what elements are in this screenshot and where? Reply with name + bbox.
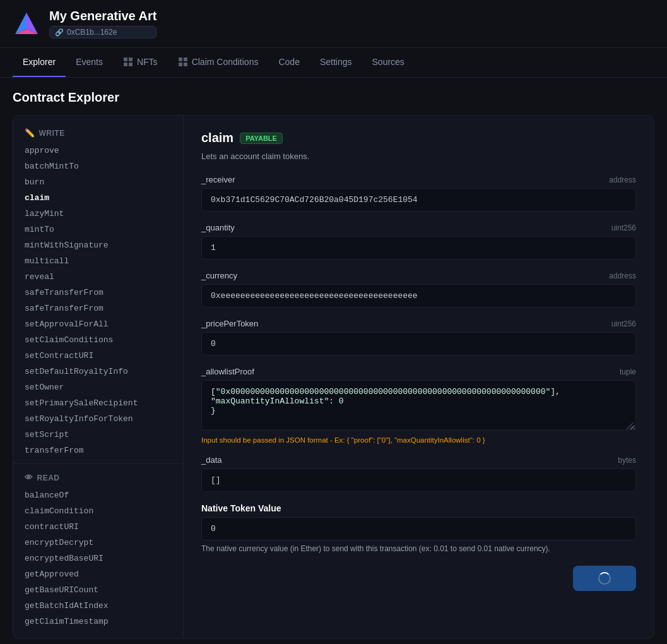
- contract-address[interactable]: 🔗 0xCB1b...162e: [49, 26, 156, 39]
- sidebar-item-setApprovalForAll[interactable]: setApprovalForAll: [13, 316, 183, 332]
- main-nav: Explorer Events NFTs Claim Conditions Co…: [0, 48, 667, 78]
- sidebar-item-setClaimConditions[interactable]: setClaimConditions: [13, 332, 183, 348]
- field-receiver: _receiver address: [201, 175, 636, 212]
- field-receiver-type: address: [609, 176, 636, 184]
- sidebar-item-contractURI[interactable]: contractURI: [13, 519, 183, 535]
- field-data-type: bytes: [618, 456, 636, 465]
- sidebar-item-getApproved[interactable]: getApproved: [13, 566, 183, 582]
- sidebar-item-mintWithSignature[interactable]: mintWithSignature: [13, 237, 183, 253]
- sidebar-item-multicall[interactable]: multicall: [13, 253, 183, 269]
- read-icon: 👁: [25, 473, 33, 482]
- app-title: My Generative Art: [49, 9, 156, 23]
- field-quantity-input[interactable]: [201, 236, 636, 259]
- submit-button[interactable]: [573, 566, 636, 591]
- sidebar-item-setScript[interactable]: setScript: [13, 427, 183, 443]
- fn-badge: PAYABLE: [240, 133, 283, 144]
- nav-item-claim-conditions[interactable]: Claim Conditions: [168, 48, 269, 77]
- resize-handle-icon: [626, 422, 634, 430]
- sidebar-item-lazyMint[interactable]: lazyMint: [13, 206, 183, 222]
- field-priceper-header: _pricePerToken uint256: [201, 319, 636, 328]
- field-allowlist-type: tuple: [620, 367, 636, 376]
- field-native-token: Native Token Value The native currency v…: [201, 503, 636, 553]
- field-receiver-header: _receiver address: [201, 175, 636, 184]
- sidebar: ✏️ WRITE approve batchMintTo burn claim …: [13, 116, 184, 638]
- page-title: Contract Explorer: [13, 90, 654, 105]
- sidebar-item-encryptDecrypt[interactable]: encryptDecrypt: [13, 535, 183, 551]
- field-allowlist-name: _allowlistProof: [201, 367, 254, 376]
- sidebar-item-setContractURI[interactable]: setContractURI: [13, 348, 183, 364]
- loading-spinner: [598, 572, 611, 585]
- svg-rect-6: [129, 63, 133, 66]
- sidebar-item-getClaimTimestamp[interactable]: getClaimTimestamp: [13, 614, 183, 629]
- grid-icon-claim: [178, 57, 188, 67]
- sidebar-item-setPrimarySaleRecipient[interactable]: setPrimarySaleRecipient: [13, 395, 183, 411]
- nav-item-code[interactable]: Code: [268, 48, 309, 77]
- field-receiver-name: _receiver: [201, 175, 235, 184]
- field-quantity-name: _quantity: [201, 223, 235, 232]
- field-priceper-type: uint256: [611, 319, 636, 328]
- native-token-description: The native currency value (in Ether) to …: [201, 544, 636, 553]
- field-currency-input[interactable]: [201, 284, 636, 307]
- field-currency: _currency address: [201, 271, 636, 307]
- sidebar-item-setDefaultRoyaltyInfo[interactable]: setDefaultRoyaltyInfo: [13, 364, 183, 379]
- header-info: My Generative Art 🔗 0xCB1b...162e: [49, 9, 156, 39]
- sidebar-item-setRoyaltyInfoForToken[interactable]: setRoyaltyInfoForToken: [13, 411, 183, 427]
- sidebar-item-transferFrom[interactable]: transferFrom: [13, 443, 183, 458]
- field-currency-type: address: [609, 271, 636, 280]
- field-currency-header: _currency address: [201, 271, 636, 280]
- write-section-label: ✏️ WRITE: [13, 124, 183, 143]
- grid-icon-nfts: [123, 57, 133, 67]
- sidebar-item-balanceOf[interactable]: balanceOf: [13, 487, 183, 503]
- read-section-label: 👁 READ: [13, 469, 183, 487]
- field-receiver-input[interactable]: [201, 188, 636, 212]
- sidebar-item-getBaseURICount[interactable]: getBaseURICount: [13, 582, 183, 598]
- header: My Generative Art 🔗 0xCB1b...162e: [0, 0, 667, 48]
- field-allowlist: _allowlistProof tuple ["0x00000000000000…: [201, 367, 636, 444]
- link-icon: 🔗: [55, 28, 64, 37]
- sidebar-item-safeTransferFrom-1[interactable]: safeTransferFrom: [13, 285, 183, 301]
- main-content: claim PAYABLE Lets an account claim toke…: [184, 116, 654, 638]
- sidebar-item-burn[interactable]: burn: [13, 174, 183, 190]
- sidebar-item-mintTo[interactable]: mintTo: [13, 222, 183, 237]
- sidebar-item-approve[interactable]: approve: [13, 143, 183, 158]
- field-allowlist-hint: Input should be passed in JSON format - …: [201, 436, 636, 444]
- field-priceper: _pricePerToken uint256: [201, 319, 636, 355]
- field-allowlist-container: ["0x000000000000000000000000000000000000…: [201, 380, 636, 432]
- native-token-input[interactable]: [201, 517, 636, 540]
- native-token-label: Native Token Value: [201, 503, 636, 513]
- field-quantity-header: _quantity uint256: [201, 223, 636, 232]
- field-currency-name: _currency: [201, 271, 237, 280]
- sidebar-item-safeTransferFrom-2[interactable]: safeTransferFrom: [13, 301, 183, 316]
- nav-item-nfts[interactable]: NFTs: [113, 48, 168, 77]
- svg-rect-7: [179, 57, 182, 61]
- sidebar-item-encryptedBaseURI[interactable]: encryptedBaseURI: [13, 551, 183, 566]
- nav-item-events[interactable]: Events: [66, 48, 113, 77]
- sidebar-item-claim[interactable]: claim: [13, 190, 183, 206]
- fn-description: Lets an account claim tokens.: [201, 152, 636, 161]
- nav-item-sources[interactable]: Sources: [362, 48, 415, 77]
- field-priceper-name: _pricePerToken: [201, 319, 258, 328]
- field-allowlist-textarea[interactable]: ["0x000000000000000000000000000000000000…: [201, 380, 636, 431]
- sidebar-item-claimCondition[interactable]: claimCondition: [13, 503, 183, 519]
- sidebar-item-setOwner[interactable]: setOwner: [13, 379, 183, 395]
- nav-item-explorer[interactable]: Explorer: [13, 48, 66, 77]
- field-allowlist-header: _allowlistProof tuple: [201, 367, 636, 376]
- fn-header: claim PAYABLE: [201, 131, 636, 145]
- sidebar-item-reveal[interactable]: reveal: [13, 269, 183, 285]
- page-content: Contract Explorer ✏️ WRITE approve batch…: [0, 78, 667, 644]
- svg-rect-4: [129, 57, 133, 61]
- field-priceper-input[interactable]: [201, 332, 636, 355]
- svg-rect-5: [124, 63, 127, 66]
- svg-rect-8: [184, 57, 187, 61]
- sidebar-divider: [13, 463, 183, 464]
- write-icon: ✏️: [25, 128, 35, 138]
- submit-row: [201, 566, 636, 591]
- explorer-container: ✏️ WRITE approve batchMintTo burn claim …: [13, 115, 654, 639]
- sidebar-item-batchMintTo[interactable]: batchMintTo: [13, 158, 183, 174]
- nav-item-settings[interactable]: Settings: [310, 48, 362, 77]
- fn-name: claim: [201, 131, 233, 145]
- sidebar-item-getBatchIdAtIndex[interactable]: getBatchIdAtIndex: [13, 598, 183, 614]
- field-data-header: _data bytes: [201, 455, 636, 465]
- svg-rect-3: [124, 57, 127, 61]
- field-data-input[interactable]: [201, 468, 636, 492]
